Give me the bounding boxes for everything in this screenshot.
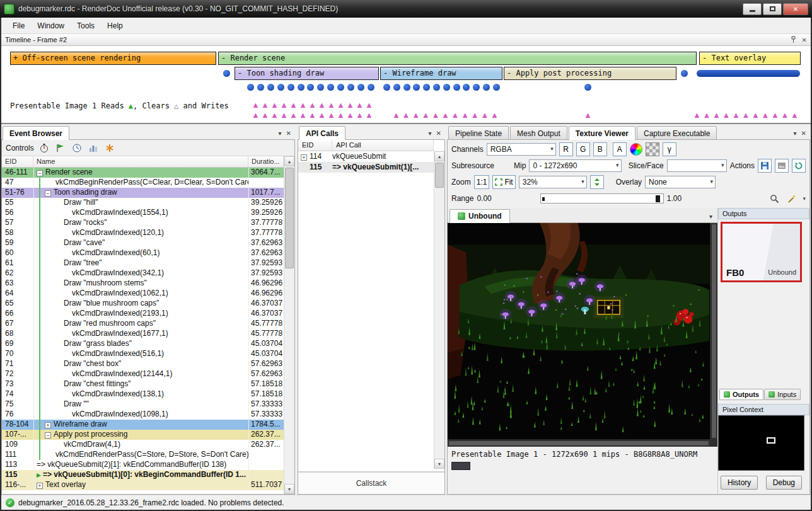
overlay-select[interactable]: None▾ — [645, 176, 716, 188]
timeline-event-dot[interactable] — [413, 84, 420, 91]
event-row[interactable]: 66 vkCmdDrawIndexed(2193,1) 46.37037 — [2, 309, 284, 319]
scroll-up-icon[interactable]: ▲ — [434, 151, 444, 161]
output-fb0-thumbnail[interactable]: FB0 Unbound — [721, 222, 802, 282]
pixel-context-view[interactable] — [718, 415, 804, 471]
write-marker-icon[interactable]: ▲ — [346, 111, 354, 119]
mip-select[interactable]: 0 - 1272x690▾ — [529, 159, 621, 172]
event-row[interactable]: 107-... −Apply post processing 262.37... — [2, 430, 284, 440]
write-marker-icon[interactable]: ▲ — [722, 111, 731, 119]
write-marker-icon[interactable]: ▲ — [356, 111, 364, 119]
event-row[interactable]: 61 Draw "tree" 37.92593 — [2, 258, 284, 268]
expand-collapse-icon[interactable] — [61, 411, 69, 417]
red-channel-button[interactable]: R — [559, 142, 573, 156]
timeline-marker-block[interactable]: - Text overlay — [699, 52, 801, 65]
expand-collapse-icon[interactable] — [45, 451, 53, 457]
timeline-event-dot[interactable] — [327, 84, 334, 91]
expand-collapse-icon[interactable] — [45, 179, 53, 185]
expand-collapse-icon[interactable] — [61, 209, 69, 215]
timeline-event-bar[interactable] — [697, 70, 800, 77]
event-row[interactable]: 74 vkCmdDrawIndexed(138,1) 57.18518 — [2, 389, 284, 399]
timeline-close-icon[interactable]: ✕ — [802, 37, 807, 43]
toolbar-overflow-icon[interactable]: ▾ — [803, 195, 806, 202]
write-marker-icon[interactable]: ▲ — [299, 111, 307, 119]
write-marker-icon[interactable]: ▲ — [356, 101, 364, 109]
timeline-event-dot[interactable] — [287, 84, 294, 91]
event-row[interactable]: 115 ▶=> vkQueueSubmit(1)[0]: vkBeginComm… — [2, 470, 284, 480]
write-marker-icon[interactable]: ▲ — [703, 111, 711, 119]
event-row[interactable]: 59 Draw "cave" 37.62963 — [2, 238, 284, 248]
time-durations-icon[interactable] — [38, 142, 50, 154]
timeline-event-dot[interactable] — [317, 84, 324, 91]
write-marker-icon[interactable]: ▲ — [261, 111, 269, 119]
range-white-point[interactable] — [656, 195, 660, 202]
expand-collapse-icon[interactable] — [53, 219, 61, 226]
color-wheel-icon[interactable] — [630, 143, 642, 156]
event-row[interactable]: 67 Draw "red mushroom caps" 45.77778 — [2, 319, 284, 329]
expand-collapse-icon[interactable]: + — [45, 422, 51, 428]
scrollbar-thumb[interactable] — [448, 440, 709, 446]
expand-collapse-icon[interactable] — [53, 401, 61, 407]
title-bar[interactable]: debugmarker.rdc - RenderDoc Unofficial r… — [0, 0, 812, 18]
event-row[interactable]: 51-76 −Toon shading draw 1017.7... — [2, 188, 284, 198]
write-marker-icon[interactable]: ▲ — [693, 111, 701, 119]
write-marker-icon[interactable]: ▲ — [337, 111, 345, 119]
range-wand-icon[interactable] — [785, 192, 799, 205]
texture-horizontal-scrollbar[interactable] — [448, 439, 710, 447]
expand-collapse-icon[interactable]: − — [45, 190, 51, 197]
write-marker-icon[interactable]: ▲ — [327, 111, 335, 119]
panel-menu-icon[interactable]: ▾ — [279, 130, 282, 137]
event-row[interactable]: 60 vkCmdDrawIndexed(60,1) 37.62963 — [2, 248, 284, 258]
write-marker-icon[interactable]: ▲ — [365, 101, 373, 109]
expand-collapse-icon[interactable] — [61, 229, 69, 236]
write-marker-icon[interactable]: ▲ — [480, 111, 489, 119]
expand-collapse-icon[interactable]: + — [301, 154, 307, 161]
timeline-marker-block[interactable]: - Render scene — [218, 52, 697, 65]
expand-collapse-icon[interactable] — [61, 250, 69, 256]
scroll-down-icon[interactable]: ▼ — [284, 484, 294, 494]
tab-inputs[interactable]: Inputs — [764, 389, 801, 400]
expand-collapse-icon[interactable] — [53, 381, 61, 387]
bookmark-icon[interactable] — [103, 142, 116, 154]
timeline-event-dot[interactable] — [493, 84, 500, 91]
write-marker-icon[interactable]: ▲ — [584, 111, 592, 119]
expand-collapse-icon[interactable] — [53, 441, 61, 447]
timeline-marker-block[interactable]: - Apply post processing — [504, 67, 676, 80]
tab-mesh-output[interactable]: Mesh Output — [510, 126, 567, 140]
timeline-event-dot[interactable] — [247, 84, 254, 91]
event-row[interactable]: 71 Draw "chest box" 57.62963 — [2, 359, 284, 369]
clock-icon[interactable] — [71, 142, 83, 154]
tab-capture-executable[interactable]: Capture Executable — [637, 126, 717, 140]
timeline-marker-block[interactable]: - Wireframe draw — [380, 67, 502, 80]
tab-texture-viewer[interactable]: Texture Viewer — [569, 126, 635, 140]
timeline-event-dot[interactable] — [337, 84, 344, 91]
event-row[interactable]: 57 Draw "rocks" 37.77778 — [2, 218, 284, 228]
zoom-1to1-button[interactable]: 1:1 — [474, 175, 490, 189]
texture-display[interactable] — [448, 223, 717, 447]
blue-channel-button[interactable]: B — [593, 142, 607, 156]
write-marker-icon[interactable]: ▲ — [308, 101, 316, 109]
write-marker-icon[interactable]: ▲ — [490, 111, 499, 119]
panel-close-icon[interactable]: ✕ — [286, 130, 291, 137]
write-marker-icon[interactable]: ▲ — [280, 111, 288, 119]
scrollbar-thumb[interactable] — [711, 224, 717, 439]
event-browser-scrollbar[interactable]: ▲ ▼ — [284, 156, 294, 494]
write-marker-icon[interactable]: ▲ — [751, 111, 760, 119]
write-marker-icon[interactable]: ▲ — [412, 111, 420, 119]
expand-collapse-icon[interactable] — [53, 340, 61, 347]
green-channel-button[interactable]: G — [576, 142, 590, 156]
write-marker-icon[interactable]: ▲ — [451, 111, 460, 119]
expand-collapse-icon[interactable] — [61, 270, 69, 276]
panel-close-icon[interactable]: ✕ — [436, 130, 441, 137]
timeline-event-dot[interactable] — [368, 84, 374, 91]
expand-collapse-icon[interactable] — [53, 199, 61, 205]
write-marker-icon[interactable]: ▲ — [732, 111, 740, 119]
minimize-button[interactable] — [743, 3, 762, 15]
write-marker-icon[interactable]: ▲ — [441, 111, 450, 119]
timeline-marker-block[interactable]: + Off-screen scene rendering — [10, 52, 216, 65]
write-marker-icon[interactable]: ▲ — [461, 111, 469, 119]
menu-item-window[interactable]: Window — [31, 19, 71, 33]
expand-collapse-icon[interactable] — [61, 391, 69, 397]
api-call-row[interactable]: + 114 vkQueueSubmit — [298, 151, 434, 162]
panel-close-icon[interactable]: ✕ — [801, 130, 806, 137]
event-row[interactable]: 56 vkCmdDrawIndexed(1554,1) 39.25926 — [2, 208, 284, 218]
